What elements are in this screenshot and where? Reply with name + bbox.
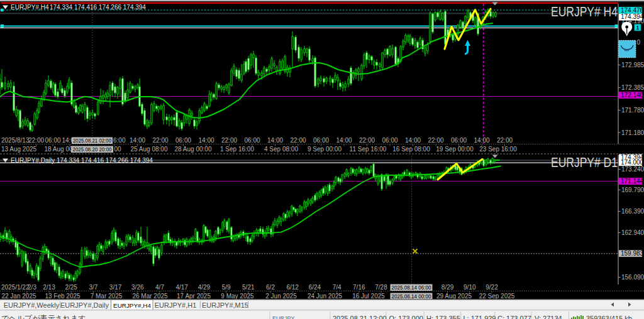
- svg-text:2025.08.21 02:00: 2025.08.21 02:00: [73, 137, 111, 144]
- svg-text:29 Aug 2025: 29 Aug 2025: [436, 293, 472, 300]
- svg-text:4/7: 4/7: [155, 284, 164, 291]
- svg-text:5/9: 5/9: [222, 284, 231, 291]
- svg-text:14:00: 14:00: [267, 137, 283, 144]
- svg-text:14:00: 14:00: [336, 137, 352, 144]
- svg-text:EURJPY#,H1: EURJPY#,H1: [155, 301, 197, 309]
- svg-text:EURJPY#,M15: EURJPY#,M15: [202, 301, 248, 309]
- svg-text:172.385: 172.385: [621, 84, 644, 91]
- svg-text:22:00: 22:00: [221, 137, 237, 144]
- svg-text:C: 173.077: C: 173.077: [497, 315, 531, 319]
- svg-text:156.090: 156.090: [621, 274, 644, 281]
- svg-text:159.983: 159.983: [621, 250, 644, 257]
- svg-text:4 Sep 08:00: 4 Sep 08:00: [264, 146, 298, 153]
- svg-text:2/13: 2/13: [43, 284, 55, 291]
- svg-text:17 Apr 2025: 17 Apr 2025: [177, 293, 211, 300]
- svg-text:174.000: 174.000: [621, 159, 644, 166]
- svg-text:L: 171.929: L: 171.929: [464, 315, 496, 319]
- svg-text:6/12: 6/12: [286, 284, 299, 291]
- svg-text:7/4: 7/4: [333, 284, 341, 291]
- svg-text:6/24: 6/24: [309, 284, 321, 291]
- svg-text:22:00: 22:00: [28, 137, 44, 144]
- svg-text:EURJPY# H4: EURJPY# H4: [551, 4, 618, 19]
- svg-text:2025.08.14 06:00: 2025.08.14 06:00: [392, 284, 431, 291]
- svg-text:1 Sep 16:00: 1 Sep 16:00: [220, 146, 254, 153]
- svg-text:06:00: 06:00: [244, 137, 260, 144]
- svg-text:06:00: 06:00: [45, 137, 60, 144]
- svg-text:169.790: 169.790: [621, 187, 644, 193]
- svg-text:2025.08.14 00:00: 2025.08.14 00:00: [392, 293, 431, 300]
- svg-text:2/3: 2/3: [28, 284, 36, 291]
- svg-text:23 Sep 16:00: 23 Sep 16:00: [479, 146, 517, 153]
- svg-text:171.180: 171.180: [621, 129, 644, 136]
- svg-text:13 Feb 2025: 13 Feb 2025: [45, 293, 80, 300]
- svg-text:でヘルプが表示されます: でヘルプが表示されます: [1, 314, 86, 319]
- svg-text:EURJPY#,H4: EURJPY#,H4: [113, 302, 151, 309]
- svg-text:2/25: 2/25: [65, 284, 77, 291]
- svg-text:14:00: 14:00: [405, 137, 421, 144]
- svg-text:3/26: 3/26: [131, 284, 144, 291]
- svg-text:7/16: 7/16: [353, 284, 365, 291]
- svg-text:06:00: 06:00: [382, 137, 397, 144]
- svg-text:11 Sep 16:00: 11 Sep 16:00: [350, 146, 387, 153]
- svg-text:06:00: 06:00: [313, 137, 329, 144]
- svg-text:22 Sep 2025: 22 Sep 2025: [479, 293, 515, 300]
- svg-text:174.394: 174.394: [621, 13, 644, 20]
- svg-text:3/7: 3/7: [89, 284, 97, 291]
- svg-text:2025.08.21 12:00: 2025.08.21 12:00: [333, 315, 387, 319]
- svg-text:22:00: 22:00: [359, 137, 375, 144]
- svg-text:EURJPY#,Daily: EURJPY#,Daily: [11, 157, 55, 164]
- svg-text:162.940: 162.940: [621, 229, 644, 236]
- svg-text:171.780: 171.780: [621, 107, 644, 114]
- svg-text:EURJPY#,H4: EURJPY#,H4: [11, 4, 49, 11]
- svg-text:3/17: 3/17: [109, 284, 122, 291]
- svg-text:25 Aug 08:00: 25 Aug 08:00: [131, 146, 168, 153]
- svg-text:EURJPY: EURJPY: [272, 315, 295, 319]
- svg-text:06:00: 06:00: [451, 137, 467, 144]
- svg-text:8/29: 8/29: [441, 284, 454, 291]
- svg-text:1: 1: [636, 24, 640, 31]
- svg-text:28 Aug 00:00: 28 Aug 00:00: [175, 146, 212, 153]
- svg-text:14:00: 14:00: [474, 137, 489, 144]
- svg-text:2 Jun 2025: 2 Jun 2025: [265, 293, 297, 300]
- svg-text:174.334 174.416 174.266 174.39: 174.334 174.416 174.266 174.394: [57, 157, 153, 164]
- svg-text:2025/1/22: 2025/1/22: [1, 284, 30, 291]
- svg-text:24 Jun 2025: 24 Jun 2025: [308, 293, 342, 300]
- svg-text:172.140: 172.140: [621, 92, 644, 99]
- svg-text:166.390: 166.390: [621, 208, 644, 215]
- svg-text:14:00: 14:00: [130, 137, 145, 144]
- svg-text:22:00: 22:00: [152, 137, 168, 144]
- svg-text:2025/8/13: 2025/8/13: [1, 137, 30, 144]
- svg-text:9 Sep 00:00: 9 Sep 00:00: [308, 146, 341, 153]
- svg-text:4/29: 4/29: [198, 284, 211, 291]
- svg-text:V: 27134: V: 27134: [535, 315, 562, 319]
- svg-text:22:00: 22:00: [290, 137, 306, 144]
- svg-text:O: 173.000: O: 173.000: [389, 315, 423, 319]
- svg-text:22 Jan 2025: 22 Jan 2025: [1, 293, 36, 300]
- svg-text:9/10: 9/10: [464, 284, 476, 291]
- svg-text:174.334 174.416 174.266 174.39: 174.334 174.416 174.266 174.394: [50, 4, 146, 11]
- svg-text:9 May 2025: 9 May 2025: [221, 293, 254, 300]
- svg-text:14:00: 14:00: [198, 137, 214, 144]
- svg-text:H: 173.355: H: 173.355: [426, 315, 460, 319]
- svg-text:172.985: 172.985: [621, 62, 644, 68]
- svg-text:19 Sep 00:00: 19 Sep 00:00: [436, 146, 474, 153]
- svg-text:EURJPY# D1: EURJPY# D1: [551, 155, 618, 170]
- svg-text:0: 0: [637, 39, 641, 46]
- svg-text:4/17: 4/17: [175, 284, 188, 291]
- svg-text:6/2: 6/2: [266, 284, 275, 291]
- svg-text:06:00: 06:00: [175, 137, 191, 144]
- svg-text:22:00: 22:00: [497, 137, 513, 144]
- svg-text:16 Sep 08:00: 16 Sep 08:00: [392, 146, 430, 153]
- svg-text:26 Mar 2025: 26 Mar 2025: [132, 293, 168, 300]
- svg-text:7 Mar 2025: 7 Mar 2025: [91, 293, 123, 300]
- svg-text:7/28: 7/28: [375, 284, 387, 291]
- svg-text:16 Jul 2025: 16 Jul 2025: [352, 293, 385, 300]
- svg-text:2025.08.20 20:00: 2025.08.20 20:00: [73, 146, 112, 153]
- svg-text:359363/415 kb: 359363/415 kb: [586, 315, 632, 319]
- svg-text:6:00: 6:00: [113, 137, 126, 144]
- svg-text:EURJPY#,Weekly: EURJPY#,Weekly: [4, 301, 60, 309]
- svg-text:5/21: 5/21: [242, 284, 255, 291]
- svg-text:173.240: 173.240: [621, 166, 644, 173]
- svg-text:13 Aug 2025: 13 Aug 2025: [1, 146, 37, 153]
- svg-text:9/22: 9/22: [486, 284, 498, 291]
